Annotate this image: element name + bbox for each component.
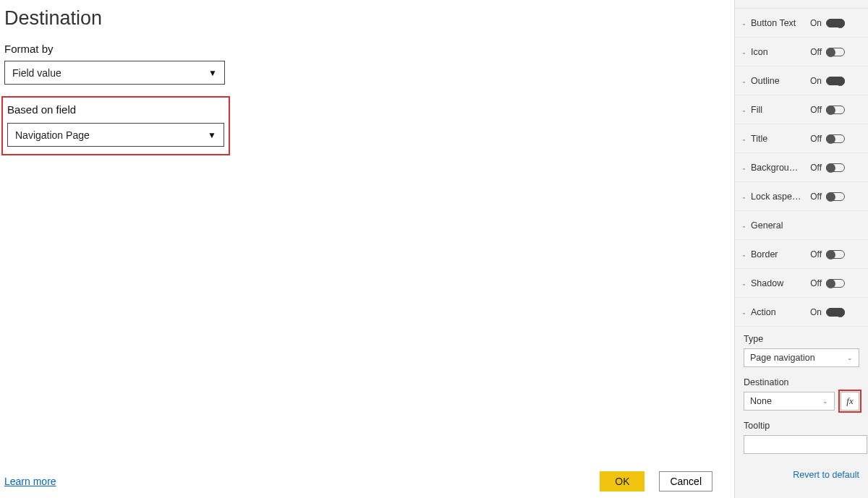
format-pane: ⌄Button TextOn⌄IconOff⌄OutlineOn⌄FillOff… [734, 0, 868, 498]
format-section-state: Off [806, 249, 822, 259]
caret-down-icon: ▼ [208, 68, 217, 78]
toggle-switch[interactable] [826, 77, 845, 85]
format-by-label: Format by [4, 43, 734, 55]
format-section-state: Off [806, 134, 822, 144]
chevron-down-icon: ⌄ [742, 193, 747, 200]
format-by-value: Field value [12, 67, 61, 79]
toggle-switch[interactable] [826, 134, 845, 143]
chevron-down-icon: ⌄ [742, 251, 747, 258]
action-destination-group: Destination None ⌄ fx [735, 370, 868, 413]
cancel-button[interactable]: Cancel [659, 471, 712, 491]
toggle-switch[interactable] [826, 308, 845, 317]
dialog-footer: Learn more OK Cancel [0, 468, 734, 498]
caret-down-icon: ▼ [208, 130, 216, 140]
format-section-row[interactable]: ⌄Lock aspe…Off [735, 182, 868, 211]
format-section-state: Off [806, 192, 822, 202]
toggle-switch[interactable] [826, 48, 845, 56]
based-on-field-label: Based on field [7, 103, 224, 116]
action-tooltip-group: Tooltip fx [735, 413, 868, 457]
type-value: Page navigation [750, 353, 815, 363]
revert-to-default-link[interactable]: Revert to default [735, 457, 868, 480]
dialog-title: Destination [0, 0, 734, 43]
toggle-switch[interactable] [826, 163, 845, 172]
toggle-switch[interactable] [826, 19, 845, 27]
chevron-down-icon: ⌄ [742, 48, 747, 56]
format-section-state: On [806, 76, 822, 86]
tooltip-label: Tooltip [744, 421, 859, 431]
chevron-down-icon: ⌄ [742, 280, 747, 287]
ok-button[interactable]: OK [600, 471, 644, 491]
format-section-state: Off [806, 105, 822, 115]
type-label: Type [744, 334, 859, 344]
format-section-label: Lock aspe… [751, 192, 806, 202]
action-type-group: Type Page navigation ⌄ [735, 327, 868, 370]
format-section-label: Outline [751, 76, 806, 86]
destination-value: None [750, 396, 772, 406]
tooltip-input[interactable] [744, 435, 867, 454]
format-section-row[interactable]: ⌄IconOff [735, 38, 868, 66]
format-section-label: General [751, 220, 806, 231]
format-section-state: Off [806, 278, 822, 288]
format-section-row[interactable]: ⌄TitleOff [735, 124, 868, 153]
format-section-state: On [806, 18, 822, 28]
type-select[interactable]: Page navigation ⌄ [744, 348, 859, 367]
toggle-switch[interactable] [826, 250, 845, 259]
format-by-select[interactable]: Field value ▼ [4, 61, 225, 85]
format-section-row[interactable]: ⌄ActionOn [735, 298, 868, 327]
toggle-switch[interactable] [826, 106, 845, 114]
format-section-row[interactable]: ⌄ShadowOff [735, 269, 868, 298]
destination-fx-button[interactable]: fx [841, 392, 859, 411]
chevron-down-icon: ⌄ [742, 164, 747, 171]
chevron-down-icon: ⌄ [742, 222, 747, 229]
format-section-label: Fill [751, 105, 806, 115]
based-on-field-highlight: Based on field Navigation Page ▼ [1, 96, 230, 155]
destination-select[interactable]: None ⌄ [744, 392, 835, 411]
format-section-label: Title [751, 134, 806, 144]
based-on-field-value: Navigation Page [15, 129, 90, 141]
chevron-down-icon: ⌄ [742, 77, 747, 85]
format-section-state: On [806, 307, 822, 317]
toggle-switch[interactable] [826, 279, 845, 288]
chevron-down-icon: ⌄ [742, 20, 747, 27]
format-section-row[interactable]: ⌄Button TextOn [735, 9, 868, 38]
format-section-row[interactable]: ⌄General [735, 211, 868, 240]
destination-dialog: Destination Format by Field value ▼ Base… [0, 0, 734, 498]
destination-label: Destination [744, 377, 859, 387]
learn-more-link[interactable]: Learn more [4, 476, 56, 487]
format-section-row[interactable]: ⌄FillOff [735, 95, 868, 124]
chevron-down-icon: ⌄ [742, 135, 747, 142]
format-section-label: Action [751, 307, 806, 317]
format-by-group: Format by Field value ▼ [4, 43, 734, 85]
format-section-state: Off [806, 163, 822, 173]
chevron-down-icon: ⌄ [822, 398, 828, 405]
chevron-down-icon: ⌄ [742, 106, 747, 113]
format-section-label: Backgrou… [751, 163, 806, 173]
format-section-row[interactable]: ⌄OutlineOn [735, 66, 868, 95]
format-section-label: Icon [751, 47, 806, 57]
format-section-row[interactable]: ⌄BorderOff [735, 240, 868, 269]
format-section-row[interactable]: ⌄Backgrou…Off [735, 153, 868, 182]
chevron-down-icon: ⌄ [742, 309, 747, 316]
chevron-down-icon: ⌄ [847, 354, 853, 361]
format-section-label: Button Text [751, 18, 806, 28]
toggle-switch[interactable] [826, 192, 845, 201]
format-section-label: Shadow [751, 278, 806, 288]
format-section-label: Border [751, 249, 806, 259]
based-on-field-select[interactable]: Navigation Page ▼ [7, 123, 224, 147]
format-pane-top-border [735, 0, 868, 9]
format-section-state: Off [806, 47, 822, 57]
